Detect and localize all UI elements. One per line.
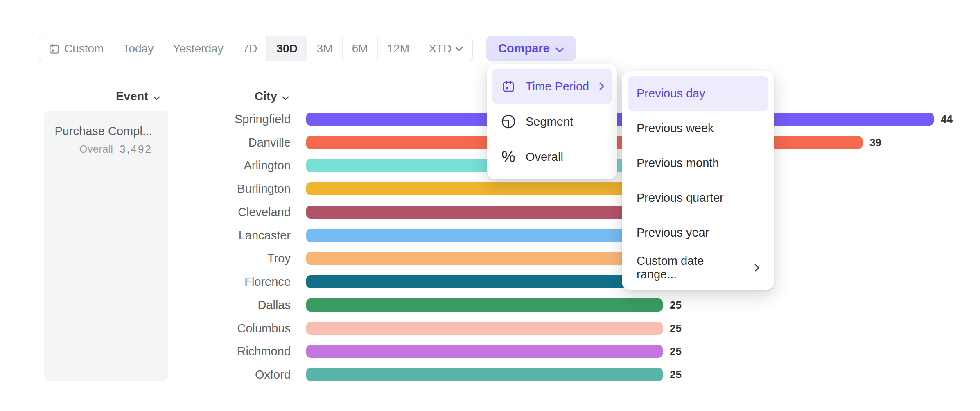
chevron-down-icon bbox=[555, 42, 564, 55]
submenu-item-previous-month[interactable]: Previous month bbox=[628, 146, 768, 181]
bar-value-label: 25 bbox=[670, 322, 682, 335]
submenu-item-previous-quarter[interactable]: Previous quarter bbox=[628, 181, 768, 215]
category-label: Danville bbox=[0, 136, 291, 149]
submenu-item-label: Previous day bbox=[637, 87, 759, 100]
preset-today[interactable]: Today bbox=[113, 36, 163, 61]
chevron-down-icon bbox=[282, 90, 289, 103]
time-period-submenu: Previous dayPrevious weekPrevious monthP… bbox=[622, 71, 774, 290]
category-label: Dallas bbox=[0, 298, 291, 312]
event-panel: Purchase Compl... Overall 3,492 bbox=[44, 111, 168, 381]
bar-value-label: 44 bbox=[941, 113, 953, 126]
event-column-header[interactable]: Event bbox=[116, 90, 160, 103]
preset-label: Yesterday bbox=[173, 42, 224, 55]
category-label: Richmond bbox=[0, 345, 291, 358]
chart-row: Oxford25 bbox=[0, 368, 980, 381]
event-column-header-label: Event bbox=[116, 90, 148, 103]
category-label: Springfield bbox=[0, 113, 291, 126]
preset-label: XTD bbox=[429, 42, 452, 55]
bar-springfield[interactable] bbox=[306, 113, 934, 126]
submenu-item-previous-day[interactable]: Previous day bbox=[628, 76, 768, 111]
percent-icon: % bbox=[501, 149, 515, 165]
category-label: Burlington bbox=[0, 182, 291, 195]
preset-label: 3M bbox=[317, 42, 333, 55]
chevron-right-icon bbox=[599, 82, 604, 90]
submenu-item-label: Previous month bbox=[637, 156, 759, 170]
chart-row: Lancaster bbox=[0, 229, 980, 242]
preset-7d[interactable]: 7D bbox=[233, 36, 267, 61]
bar-richmond[interactable] bbox=[306, 345, 663, 358]
preset-label: 12M bbox=[387, 42, 409, 55]
chevron-right-icon bbox=[754, 264, 759, 272]
chart-row: Troy bbox=[0, 252, 980, 265]
calendar-icon bbox=[502, 80, 515, 93]
bar-oxford[interactable] bbox=[306, 368, 663, 381]
menu-item-label: Overall bbox=[526, 150, 604, 164]
submenu-item-previous-week[interactable]: Previous week bbox=[628, 111, 768, 146]
category-label: Florence bbox=[0, 275, 291, 288]
menu-item-segment[interactable]: Segment bbox=[492, 104, 612, 139]
calendar-icon bbox=[49, 43, 60, 54]
category-label: Columbus bbox=[0, 322, 291, 335]
preset-label: Custom bbox=[64, 42, 104, 55]
preset-12m[interactable]: 12M bbox=[377, 36, 419, 61]
menu-item-label: Segment bbox=[526, 115, 604, 129]
submenu-item-previous-year[interactable]: Previous year bbox=[628, 215, 768, 250]
menu-item-time-period[interactable]: Time Period bbox=[492, 69, 612, 104]
chart-row: Cleveland bbox=[0, 206, 980, 219]
date-preset-group: CustomTodayYesterday7D30D3M6M12MXTD bbox=[39, 36, 473, 61]
preset-30d[interactable]: 30D bbox=[266, 36, 307, 61]
city-column-header-label: City bbox=[255, 90, 277, 103]
menu-item-label: Time Period bbox=[526, 80, 590, 93]
preset-yesterday[interactable]: Yesterday bbox=[163, 36, 233, 61]
category-label: Cleveland bbox=[0, 206, 291, 219]
compare-button-label: Compare bbox=[498, 42, 550, 55]
compare-button[interactable]: Compare bbox=[486, 36, 576, 61]
category-label: Arlington bbox=[0, 159, 291, 172]
preset-xtd[interactable]: XTD bbox=[419, 36, 472, 61]
segment-icon bbox=[501, 114, 516, 129]
submenu-item-label: Custom date range... bbox=[637, 254, 745, 281]
preset-6m[interactable]: 6M bbox=[342, 36, 377, 61]
insights-report: CustomTodayYesterday7D30D3M6M12MXTD Comp… bbox=[0, 0, 980, 411]
city-column-header[interactable]: City bbox=[255, 90, 289, 103]
preset-3m[interactable]: 3M bbox=[307, 36, 342, 61]
preset-label: 30D bbox=[276, 42, 297, 55]
bar-value-label: 25 bbox=[670, 298, 682, 312]
compare-menu: Time PeriodSegment%Overall bbox=[487, 64, 617, 179]
preset-label: 6M bbox=[352, 42, 368, 55]
preset-label: 7D bbox=[243, 42, 257, 55]
category-label: Lancaster bbox=[0, 229, 291, 242]
bar-value-label: 25 bbox=[670, 368, 682, 381]
submenu-item-label: Previous year bbox=[637, 226, 759, 239]
category-label: Troy bbox=[0, 252, 291, 265]
chart-row: Richmond25 bbox=[0, 345, 980, 358]
bar-value-label: 39 bbox=[869, 136, 881, 149]
chart-row: Columbus25 bbox=[0, 322, 980, 335]
category-label: Oxford bbox=[0, 368, 291, 381]
submenu-item-custom-date-range[interactable]: Custom date range... bbox=[628, 250, 768, 285]
bar-columbus[interactable] bbox=[306, 322, 663, 335]
chart-row: Florence bbox=[0, 275, 980, 288]
chevron-down-icon bbox=[153, 90, 160, 103]
submenu-item-label: Previous week bbox=[637, 122, 759, 135]
chart-row: Burlington bbox=[0, 182, 980, 195]
preset-label: Today bbox=[123, 42, 154, 55]
submenu-item-label: Previous quarter bbox=[637, 191, 759, 205]
menu-item-overall[interactable]: %Overall bbox=[492, 139, 612, 174]
bar-value-label: 25 bbox=[670, 345, 682, 358]
chevron-down-icon bbox=[455, 47, 463, 51]
chart-row: Dallas25 bbox=[0, 298, 980, 312]
preset-custom[interactable]: Custom bbox=[39, 36, 113, 61]
bar-dallas[interactable] bbox=[306, 298, 663, 312]
